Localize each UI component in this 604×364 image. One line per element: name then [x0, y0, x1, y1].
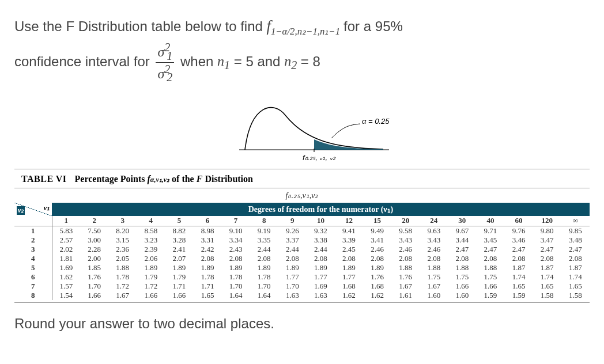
col-header: 12	[335, 216, 363, 226]
table-cell: 9.41	[335, 226, 363, 236]
table-cell: 2.47	[561, 245, 590, 254]
table-cell: 2.46	[363, 245, 391, 254]
table-cell: 2.42	[193, 245, 221, 254]
q-line1b: for a 95%	[343, 18, 403, 34]
table-header-band: ν₁ ν₂ Degrees of freedom for the numerat…	[14, 203, 590, 216]
table-cell: 1.71	[165, 282, 193, 291]
table-cell: 2.47	[448, 245, 476, 254]
table-cell: 1.71	[193, 282, 221, 291]
col-header: 10	[307, 216, 335, 226]
table-cell: 1.76	[363, 272, 391, 282]
table-cell: 2.08	[420, 254, 448, 263]
table-cell: 2.44	[278, 245, 307, 254]
table-cell: 1.67	[108, 291, 137, 300]
table-cell: 1.67	[420, 282, 448, 291]
table-cell: 1.88	[108, 263, 137, 272]
table-cell: 1.76	[391, 272, 420, 282]
table-cell: 3.35	[250, 236, 278, 245]
table-cell: 3.37	[278, 236, 307, 245]
table-cell: 1.78	[250, 272, 278, 282]
table-cell: 2.44	[307, 245, 335, 254]
table-cell: 9.71	[476, 226, 504, 236]
table-cell: 1.88	[420, 263, 448, 272]
table-cell: 1.77	[335, 272, 363, 282]
table-cell: 1.89	[278, 263, 307, 272]
table-cell: 1.89	[193, 263, 221, 272]
table-cell: 3.34	[222, 236, 250, 245]
table-cell: 2.05	[108, 254, 137, 263]
table-cell: 1.64	[222, 291, 250, 300]
q-line2a: confidence interval for	[14, 53, 153, 69]
table-cell: 2.08	[335, 254, 363, 263]
table-cell: 3.48	[561, 236, 590, 245]
table-cell: 1.69	[52, 263, 80, 272]
table-cell: 2.39	[137, 245, 165, 254]
table-cell: 1.89	[307, 263, 335, 272]
col-header: 4	[137, 216, 165, 226]
table-cell: 1.79	[137, 272, 165, 282]
table-cell: 1.70	[250, 282, 278, 291]
table-cell: 3.45	[476, 236, 504, 245]
table-cell: 1.64	[250, 291, 278, 300]
table-cell: 2.08	[533, 254, 561, 263]
table-cell: 2.00	[80, 254, 108, 263]
table-cell: 7.50	[80, 226, 108, 236]
col-header: 5	[165, 216, 193, 226]
table-caption: TABLE VI Percentage Points fα,ν₁,ν₂ of t…	[14, 169, 590, 188]
table-cell: 2.02	[52, 245, 80, 254]
table-cell: 2.08	[222, 254, 250, 263]
table-cell: 2.41	[165, 245, 193, 254]
table-cell: 1.70	[278, 282, 307, 291]
q-line2c: and	[257, 53, 284, 69]
table-cell: 3.46	[505, 236, 533, 245]
col-header: 30	[448, 216, 476, 226]
svg-text:α = 0.25: α = 0.25	[362, 117, 390, 126]
instruction-text: Round your answer to two decimal places.	[14, 316, 590, 332]
column-headers-row: 1234567891012152024304060120∞	[14, 216, 590, 226]
table-cell: 3.43	[391, 236, 420, 245]
table-cell: 2.28	[80, 245, 108, 254]
table-row: 41.812.002.052.062.072.082.082.082.082.0…	[14, 254, 590, 263]
table-cell: 1.88	[448, 263, 476, 272]
table-cell: 1.62	[335, 291, 363, 300]
table-cell: 1.79	[165, 272, 193, 282]
col-header: 8	[250, 216, 278, 226]
table-cell: 1.70	[222, 282, 250, 291]
n1: n1	[217, 54, 230, 69]
table-cell: 9.19	[250, 226, 278, 236]
table-cell: 1.74	[505, 272, 533, 282]
table-cell: 1.74	[533, 272, 561, 282]
table-cell: 2.45	[335, 245, 363, 254]
table-cell: 1.78	[108, 272, 137, 282]
svg-text:f₀.₂₅, ᵥ₁, ᵥ₂: f₀.₂₅, ᵥ₁, ᵥ₂	[303, 153, 336, 162]
distribution-figure: α = 0.25 f₀.₂₅, ᵥ₁, ᵥ₂	[14, 95, 590, 164]
table-cell: 1.76	[80, 272, 108, 282]
row-header: 8	[14, 291, 52, 300]
table-cell: 1.75	[476, 272, 504, 282]
col-header: 2	[80, 216, 108, 226]
col-header: 6	[193, 216, 221, 226]
table-cell: 3.15	[108, 236, 137, 245]
table-cell: 1.74	[561, 272, 590, 282]
col-header: 9	[278, 216, 307, 226]
table-cell: 2.47	[505, 245, 533, 254]
table-cell: 2.46	[420, 245, 448, 254]
n2: n2	[284, 54, 297, 69]
table-cell: 2.47	[476, 245, 504, 254]
table-cell: 1.66	[165, 291, 193, 300]
table-cell: 3.43	[420, 236, 448, 245]
table-cell: 8.20	[108, 226, 137, 236]
table-cell: 2.47	[533, 245, 561, 254]
table-cell: 9.76	[505, 226, 533, 236]
table-cell: 1.65	[193, 291, 221, 300]
col-header: ∞	[561, 216, 590, 226]
table-cell: 1.61	[391, 291, 420, 300]
table-cell: 1.89	[335, 263, 363, 272]
table-cell: 1.66	[448, 282, 476, 291]
table-row: 22.573.003.153.233.283.313.343.353.373.3…	[14, 236, 590, 245]
table-cell: 1.60	[448, 291, 476, 300]
table-cell: 2.08	[250, 254, 278, 263]
corner-cell: ν₁ ν₂	[14, 203, 52, 216]
col-header: 1	[52, 216, 80, 226]
table-cell: 1.87	[561, 263, 590, 272]
